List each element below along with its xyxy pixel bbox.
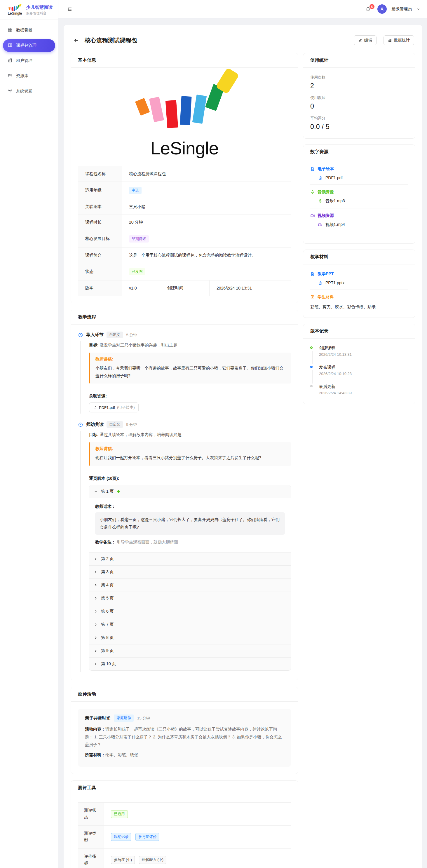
activity-head: 亲子共读时光 家庭延伸 15 分钟 <box>85 714 284 722</box>
user-menu[interactable]: 超级管理员 <box>391 6 412 12</box>
page-row[interactable]: 第 4 页 <box>89 579 291 592</box>
teaching-flow-body: 导入环节 自定义 5 分钟 目标:激发学生对三只小猪故事的兴趣，引出主题 教师讲… <box>71 324 298 680</box>
stat-average-rating: 平均评分 0.0 / 5 <box>310 116 408 131</box>
sidebar-item-label: 资源库 <box>16 73 28 79</box>
stage-head: 导入环节 自定义 5 分钟 <box>78 332 291 338</box>
activity-name: 亲子共读时光 <box>85 715 110 721</box>
page-scripts-accordion: 第 1 页 教师话术： 小朋友们，看这一页，这是三只小猪，它们长大了，要离开妈妈… <box>89 485 291 671</box>
back-button[interactable] <box>72 36 81 45</box>
timeline-dot-green <box>310 346 313 349</box>
timeline-connector <box>312 351 313 364</box>
version-history-body: 创建课程 2026/2/24 10:13:31 发布课程 2026/2/24 1… <box>303 339 415 404</box>
brand-title: 少儿智慧阅读 <box>26 5 53 10</box>
sidebar-item-resources[interactable]: 资源库 <box>3 69 55 82</box>
teaching-note: 教学备注： 引导学生观察画面，鼓励大胆猜测 <box>95 539 285 546</box>
row-label: 课程简介 <box>78 248 122 263</box>
status-badge: 已发布 <box>129 268 145 276</box>
page-row[interactable]: 第 8 页 <box>89 631 291 645</box>
row-value: 这是一个用于核心流程测试的课程包，包含完整的阅读教学流程设计。 <box>122 248 291 263</box>
teacher-script-label: 教师讲稿: <box>95 446 286 452</box>
resource-file-audio[interactable]: 音乐1.mp3 <box>310 198 408 208</box>
avatar[interactable] <box>377 4 387 14</box>
activity-box: 亲子共读时光 家庭延伸 15 分钟 活动内容：请家长和孩子一起再次阅读《三只小猪… <box>78 709 291 767</box>
table-row: 版本 v1.0 创建时间 2026/2/24 10:13:31 <box>78 280 291 296</box>
table-row: 测评状态 已启用 <box>78 803 291 826</box>
row-label: 测评类型 <box>78 826 104 849</box>
stat-usage-count: 使用次数 2 <box>310 75 408 90</box>
stage-name: 导入环节 <box>86 332 103 338</box>
app-root: LeSingle 少儿智慧阅读 服务管理后台 数据看板 课程包管理 租户管理 <box>0 0 427 868</box>
chevron-down-icon[interactable] <box>417 6 420 12</box>
divider <box>89 471 291 471</box>
resource-file-pdf[interactable]: PDF1.pdf <box>310 176 408 185</box>
page-title: 核心流程测试课程包 <box>85 36 350 44</box>
card-title: 教学材料 <box>303 250 415 265</box>
version-history-card: 版本记录 创建课程 2026/2/24 10:13:31 <box>303 324 415 404</box>
card-title: 教学流程 <box>71 310 298 324</box>
file-name: 视频1.mp4 <box>326 222 345 227</box>
main-area: 5 超级管理员 核心流程测试课程包 <box>58 0 427 868</box>
sidebar: LeSingle 少儿智慧阅读 服务管理后台 数据看板 课程包管理 租户管理 <box>0 0 58 868</box>
table-row: 评价指标 参与度 (中) 理解能力 (中) <box>78 848 291 868</box>
row-label: 核心发展目标 <box>78 230 122 248</box>
sidebar-item-label: 租户管理 <box>16 58 32 63</box>
version-value: v1.0 <box>122 280 160 296</box>
menu-fold-icon[interactable] <box>65 5 73 13</box>
card-title: 版本记录 <box>303 324 415 339</box>
digital-resources-card: 数字资源 电子绘本 PDF1.pdf <box>303 145 415 244</box>
page-row-label: 第 1 页 <box>101 489 114 494</box>
stage-duration: 5 分钟 <box>126 333 137 338</box>
sidebar-item-course-packages[interactable]: 课程包管理 <box>3 39 55 52</box>
video-icon <box>318 222 323 227</box>
assessment-type-badge: 观察记录 <box>111 833 131 841</box>
resource-chip-pdf[interactable]: PDF1.pdf (电子绘本) <box>89 402 139 412</box>
page-row[interactable]: 第 2 页 <box>89 553 291 566</box>
card-title: 延伸活动 <box>71 687 298 702</box>
page-row[interactable]: 第 7 页 <box>89 618 291 631</box>
page-row[interactable]: 第 5 页 <box>89 592 291 605</box>
notifications-button[interactable]: 5 <box>365 5 373 13</box>
row-label: 关联绘本 <box>78 199 122 215</box>
page-row[interactable]: 第 10 页 <box>89 657 291 671</box>
stage-head: 师幼共读 自定义 5 分钟 <box>78 421 291 428</box>
stage-shared-reading: 师幼共读 自定义 5 分钟 目标:通过共读绘本，理解故事内容，培养阅读兴趣 教师… <box>78 421 291 672</box>
gear-icon <box>8 88 12 94</box>
usage-stats-card: 使用统计 使用次数 2 使用教师 0 <box>303 53 415 138</box>
page-expanded-content: 教师话术： 小朋友们，看这一页，这是三只小猪，它们长大了，要离开妈妈自己盖房子住… <box>89 498 291 553</box>
resource-group-audio: 音频资源 音乐1.mp3 <box>310 189 408 208</box>
page-row[interactable]: 第 6 页 <box>89 605 291 618</box>
page-row-expanded[interactable]: 第 1 页 <box>89 485 291 498</box>
chevron-right-icon <box>94 662 97 666</box>
brand-logo: LeSingle <box>6 5 23 16</box>
divider <box>89 389 291 389</box>
chevron-right-icon <box>94 649 97 653</box>
folder-icon <box>8 73 12 79</box>
sidebar-item-settings[interactable]: 系统设置 <box>3 85 55 97</box>
page-row[interactable]: 第 3 页 <box>89 566 291 579</box>
chevron-down-icon <box>94 490 97 493</box>
assessment-body: 测评状态 已启用 测评类型 观察记录 参与度评价 <box>71 795 298 868</box>
back-arrow-icon <box>73 38 79 43</box>
row-value: 核心流程测试课程包 <box>122 166 291 182</box>
chevron-right-icon <box>94 583 97 587</box>
notification-badge: 5 <box>369 4 374 9</box>
sidebar-item-tenants[interactable]: 租户管理 <box>3 54 55 67</box>
page-row[interactable]: 第 9 页 <box>89 645 291 657</box>
activity-materials: 所需材料：绘本、彩笔、纸张 <box>85 751 284 759</box>
extension-activity-card: 延伸活动 亲子共读时光 家庭延伸 15 分钟 活动内容：请家长 <box>71 687 298 774</box>
book-icon <box>8 42 12 49</box>
page-row-label: 第 7 页 <box>101 622 114 627</box>
card-title: 使用统计 <box>303 53 415 68</box>
card-title: 数字资源 <box>303 145 415 159</box>
data-stats-button[interactable]: 数据统计 <box>384 35 414 45</box>
row-label: 适用年级 <box>78 182 122 199</box>
row-label: 版本 <box>78 280 122 296</box>
sidebar-item-dashboard[interactable]: 数据看板 <box>3 24 55 37</box>
ppt-file-icon <box>318 280 323 285</box>
clock-icon <box>78 333 83 338</box>
goal-badge: 早期阅读 <box>129 235 149 243</box>
edit-button[interactable]: 编辑 <box>354 35 376 45</box>
material-file-ppt[interactable]: PPT1.pptx <box>310 280 408 290</box>
brand-subtitle: 服务管理后台 <box>26 11 53 16</box>
resource-file-video[interactable]: 视频1.mp4 <box>310 222 408 232</box>
